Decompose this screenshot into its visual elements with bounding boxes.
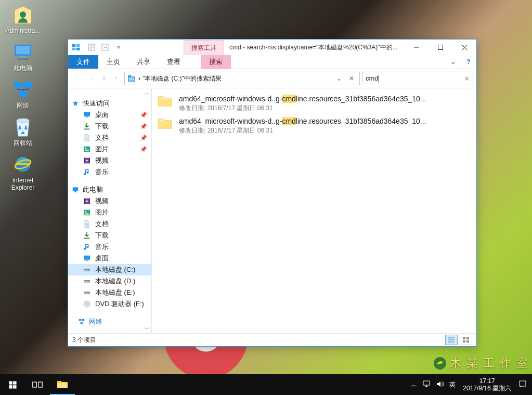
svg-rect-40 <box>84 269 90 270</box>
svg-rect-18 <box>438 45 443 50</box>
taskbar[interactable]: ︿ 英 17:17 2017/9/16 星期六 <box>0 374 532 395</box>
internet-explorer-icon[interactable]: Internet Explorer <box>3 154 43 191</box>
nav-quick-desktop-icon[interactable]: 桌面📌 <box>68 109 151 121</box>
ribbon-expand-icon[interactable]: ⌵ <box>445 55 461 69</box>
svg-point-9 <box>17 118 29 123</box>
svg-rect-55 <box>463 340 465 343</box>
svg-rect-65 <box>425 386 427 387</box>
nav-pc-item[interactable]: 下载 <box>68 230 151 241</box>
nav-quick-downloads-icon[interactable]: 下载📌 <box>68 121 151 132</box>
downloads-icon <box>83 231 91 240</box>
this-pc-icon[interactable]: 此电脑 <box>3 42 43 72</box>
svg-rect-28 <box>89 158 90 164</box>
nav-network[interactable]: 网络 <box>68 316 151 325</box>
svg-rect-54 <box>466 337 469 339</box>
nav-quick-pictures-icon[interactable]: 图片📌 <box>68 143 151 155</box>
nav-pane: ︿ 快速访问 桌面📌下载📌文档📌图片📌视频音乐 此电脑 视频图片文档下载音乐桌面… <box>68 88 152 333</box>
qat-dropdown-icon[interactable]: ▾ <box>113 42 124 53</box>
network-icon[interactable]: 网络 <box>3 79 43 109</box>
nav-scroll-up[interactable]: ︿ <box>68 88 151 97</box>
tab-home[interactable]: 主页 <box>98 55 128 69</box>
music-icon <box>83 168 91 176</box>
address-refresh-icon[interactable]: ✕ <box>346 75 357 82</box>
tray-volume-icon[interactable] <box>436 380 444 389</box>
tab-view[interactable]: 查看 <box>159 55 189 69</box>
pin-icon: 📌 <box>140 112 147 118</box>
downloads-icon <box>83 122 91 130</box>
svg-point-47 <box>88 293 89 294</box>
taskbar-clock[interactable]: 17:17 2017/9/16 星期六 <box>461 377 513 392</box>
nav-pc-item[interactable]: 文档 <box>68 218 151 230</box>
system-tray: ︿ 英 17:17 2017/9/16 星期六 <box>406 374 532 395</box>
search-tools-tab[interactable]: 搜索工具 <box>184 40 224 55</box>
nav-back-button[interactable]: ← <box>71 72 84 85</box>
nav-quick-access[interactable]: 快速访问 <box>68 98 151 109</box>
view-details-button[interactable] <box>445 335 458 345</box>
svg-rect-60 <box>13 385 16 388</box>
svg-rect-57 <box>9 381 12 384</box>
nav-scroll-down[interactable]: ﹀ <box>68 325 151 333</box>
qat-properties-icon[interactable] <box>86 42 97 53</box>
task-view-button[interactable] <box>25 374 50 395</box>
desktop-icons: Administra... 此电脑 网络 回收站 Internet Explor… <box>0 0 47 199</box>
svg-point-1 <box>20 11 26 18</box>
nav-quick-music-icon[interactable]: 音乐 <box>68 166 151 178</box>
nav-pc-item[interactable]: 本地磁盘 (D:) <box>68 275 151 287</box>
nav-history-dropdown[interactable]: ▾ <box>100 72 108 85</box>
tab-share[interactable]: 共享 <box>128 55 159 69</box>
taskbar-explorer-button[interactable] <box>50 374 75 395</box>
svg-rect-50 <box>79 319 82 321</box>
recycle-bin-icon[interactable]: 回收站 <box>3 116 43 147</box>
maximize-button[interactable] <box>429 40 452 55</box>
tray-up-icon[interactable]: ︿ <box>411 380 417 389</box>
results-pane[interactable]: amd64_microsoft-windows-d..g-cmdline.res… <box>152 88 476 333</box>
address-bar[interactable]: › "本地磁盘 (C:)"中的搜索结果 ⌄ ✕ <box>124 72 360 85</box>
tray-notifications-icon[interactable] <box>518 380 527 390</box>
nav-up-button[interactable]: ↑ <box>110 72 122 85</box>
search-result[interactable]: amd64_microsoft-windows-d..g-cmdline.res… <box>152 93 476 115</box>
svg-point-49 <box>86 303 87 305</box>
nav-quick-videos-icon[interactable]: 视频 <box>68 155 151 166</box>
minimize-button[interactable] <box>405 40 429 55</box>
search-input[interactable]: cmd ✕ <box>362 72 473 85</box>
administrator-icon[interactable]: Administra... <box>3 4 43 34</box>
nav-quick-documents-icon[interactable]: 文档📌 <box>68 132 151 143</box>
quick-access-toolbar: ▾ <box>84 40 126 55</box>
pictures-icon <box>83 208 91 217</box>
svg-rect-13 <box>76 44 80 47</box>
nav-this-pc[interactable]: 此电脑 <box>68 184 151 195</box>
svg-rect-53 <box>463 337 465 339</box>
close-button[interactable] <box>452 40 476 55</box>
documents-icon <box>83 220 91 228</box>
nav-pc-item[interactable]: 本地磁盘 (E:) <box>68 287 151 298</box>
svg-rect-7 <box>24 82 32 88</box>
result-meta: 修改日期: 2016/7/17 星期日 06:31 <box>179 104 471 113</box>
view-large-button[interactable] <box>460 335 472 345</box>
nav-item-label: 音乐 <box>95 242 109 252</box>
nav-forward-button[interactable]: → <box>86 72 98 85</box>
search-result[interactable]: amd64_microsoft-windows-d..g-cmdline.res… <box>152 115 476 137</box>
tab-file[interactable]: 文件 <box>68 55 98 69</box>
nav-item-label: 本地磁盘 (E:) <box>95 288 135 297</box>
tray-network-icon[interactable] <box>422 380 431 389</box>
explorer-app-icon[interactable] <box>68 40 84 55</box>
nav-pc-item[interactable]: 音乐 <box>68 241 151 253</box>
svg-rect-17 <box>102 44 108 50</box>
nav-item-label: DVD 驱动器 (F:) <box>95 299 144 309</box>
start-button[interactable] <box>0 374 25 395</box>
svg-rect-23 <box>85 116 89 117</box>
qat-newfolder-icon[interactable] <box>99 42 111 53</box>
help-icon[interactable]: ? <box>461 55 476 69</box>
address-dropdown-icon[interactable]: ⌄ <box>334 75 344 82</box>
nav-pc-item[interactable]: 视频 <box>68 195 151 207</box>
nav-pc-item[interactable]: 桌面 <box>68 253 151 264</box>
nav-pc-item[interactable]: DVD 驱动器 (F:) <box>68 298 151 310</box>
titlebar[interactable]: ▾ 搜索工具 cmd - search-ms:displayname="本地磁盘… <box>68 40 476 55</box>
nav-pc-item[interactable]: 图片 <box>68 207 151 218</box>
breadcrumb[interactable]: "本地磁盘 (C:)"中的搜索结果 <box>142 74 332 83</box>
nav-pc-item[interactable]: 本地磁盘 (C:) <box>68 264 151 275</box>
search-clear-icon[interactable]: ✕ <box>464 75 470 83</box>
tray-ime[interactable]: 英 <box>449 380 456 389</box>
folder-icon <box>157 117 174 134</box>
tab-search[interactable]: 搜索 <box>201 55 231 69</box>
